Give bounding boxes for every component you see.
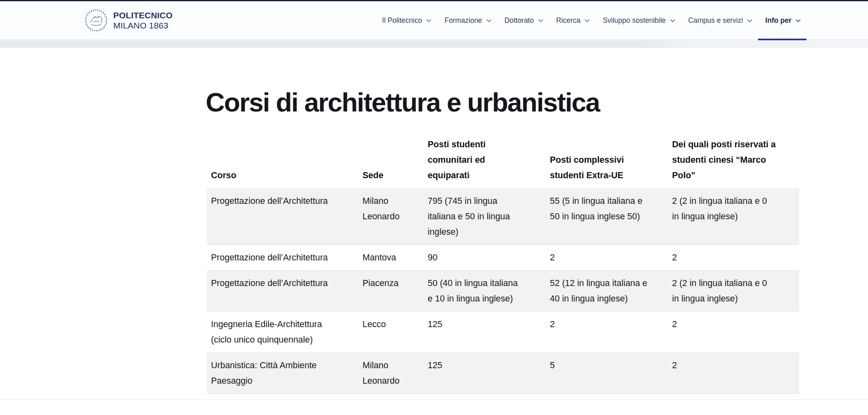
cell-posti-extra-ue: 52 (12 in lingua italiana e 40 in lingua… xyxy=(546,271,668,312)
cell-posti-comunitari: 795 (745 in lingua italiana e 50 in ling… xyxy=(424,188,546,245)
cell-posti-marco-polo: 2 xyxy=(668,245,799,271)
cell-sede: Milano Leonardo xyxy=(358,188,424,245)
column-header-posti-comunitari: Posti studenti comunitari ed equiparati xyxy=(424,137,546,188)
cell-posti-marco-polo: 2 xyxy=(668,353,799,394)
hero-band xyxy=(0,40,868,48)
cell-posti-comunitari: 90 xyxy=(424,245,546,271)
nav-item-label: Campus e servizi xyxy=(688,16,743,25)
nav-item-ricerca[interactable]: Ricerca xyxy=(556,1,590,40)
cell-sede: Mantova xyxy=(358,245,424,271)
cell-corso: Urbanistica: Città Ambiente Paesaggio xyxy=(207,353,358,394)
cell-corso: Progettazione dell’Architettura xyxy=(207,188,358,245)
cell-posti-extra-ue: 5 xyxy=(546,353,668,394)
nav-item-sviluppo-sostenibile[interactable]: Sviluppo sostenibile xyxy=(603,1,675,40)
cell-corso: Progettazione dell’Architettura xyxy=(207,245,358,271)
cell-sede: Piacenza xyxy=(358,271,424,312)
cell-posti-extra-ue: 2 xyxy=(546,245,668,271)
cell-posti-marco-polo: 2 xyxy=(668,312,799,353)
nav-item-il-politecnico[interactable]: Il Politecnico xyxy=(382,1,431,40)
polimi-seal-icon xyxy=(85,9,108,32)
section-divider xyxy=(0,400,868,400)
nav-item-label: Sviluppo sostenibile xyxy=(603,16,666,25)
chevron-down-icon xyxy=(426,19,431,22)
cell-sede: Milano Leonardo xyxy=(358,353,424,394)
nav-item-info-per[interactable]: Info per xyxy=(765,1,801,40)
column-header-sede: Sede xyxy=(358,137,424,188)
nav-item-label: Info per xyxy=(765,16,791,25)
cell-posti-marco-polo: 2 (2 in lingua italiana e 0 in lingua in… xyxy=(668,188,799,245)
column-header-corso: Corso xyxy=(207,137,358,188)
nav-item-campus-e-servizi[interactable]: Campus e servizi xyxy=(688,1,752,40)
cell-posti-extra-ue: 55 (5 in lingua italiana e 50 in lingua … xyxy=(546,188,668,245)
polimi-logo[interactable]: POLITECNICO MILANO 1863 xyxy=(85,9,173,32)
table-row: Urbanistica: Città Ambiente Paesaggio Mi… xyxy=(207,353,799,394)
courses-table: Corso Sede Posti studenti comunitari ed … xyxy=(207,137,799,394)
chevron-down-icon xyxy=(585,19,590,22)
site-header: POLITECNICO MILANO 1863 Il Politecnico F… xyxy=(0,1,868,40)
column-header-posti-marco-polo: Dei quali posti riservati a studenti cin… xyxy=(668,137,799,188)
nav-item-label: Ricerca xyxy=(556,16,580,25)
nav-item-label: Il Politecnico xyxy=(382,16,422,25)
logo-line2: MILANO 1863 xyxy=(113,20,173,31)
cell-posti-comunitari: 125 xyxy=(424,312,546,353)
cell-posti-comunitari: 50 (40 in lingua italiana e 10 in lingua… xyxy=(424,271,546,312)
nav-item-label: Formazione xyxy=(444,16,482,25)
nav-item-formazione[interactable]: Formazione xyxy=(444,1,491,40)
logo-wordmark: POLITECNICO MILANO 1863 xyxy=(113,10,173,31)
table-row: Progettazione dell’Architettura Mantova … xyxy=(207,245,799,271)
chevron-down-icon xyxy=(747,19,752,22)
table-row: Progettazione dell’Architettura Piacenza… xyxy=(207,271,799,312)
nav-item-dottorato[interactable]: Dottorato xyxy=(505,1,543,40)
page-title: Corsi di architettura e urbanistica xyxy=(206,87,600,118)
column-header-posti-extra-ue: Posti complessivi studenti Extra-UE xyxy=(546,137,668,188)
table-row: Progettazione dell’Architettura Milano L… xyxy=(207,188,799,245)
cell-corso: Progettazione dell’Architettura xyxy=(207,271,358,312)
table-row: Ingegneria Edile-Architettura (ciclo uni… xyxy=(207,312,799,353)
chevron-down-icon xyxy=(538,19,543,22)
table-header-row: Corso Sede Posti studenti comunitari ed … xyxy=(207,137,799,188)
nav-item-label: Dottorato xyxy=(505,16,534,25)
main-nav: Il Politecnico Formazione Dottorato Rice… xyxy=(382,1,801,40)
chevron-down-icon xyxy=(670,19,675,22)
cell-corso: Ingegneria Edile-Architettura (ciclo uni… xyxy=(207,312,358,353)
cell-posti-marco-polo: 2 (2 in lingua italiana e 0 in lingua in… xyxy=(668,271,799,312)
chevron-down-icon xyxy=(795,19,801,22)
cell-posti-extra-ue: 2 xyxy=(546,312,668,353)
logo-line1: POLITECNICO xyxy=(113,10,173,20)
chevron-down-icon xyxy=(486,19,492,22)
cell-sede: Lecco xyxy=(358,312,424,353)
cell-posti-comunitari: 125 xyxy=(424,353,546,394)
